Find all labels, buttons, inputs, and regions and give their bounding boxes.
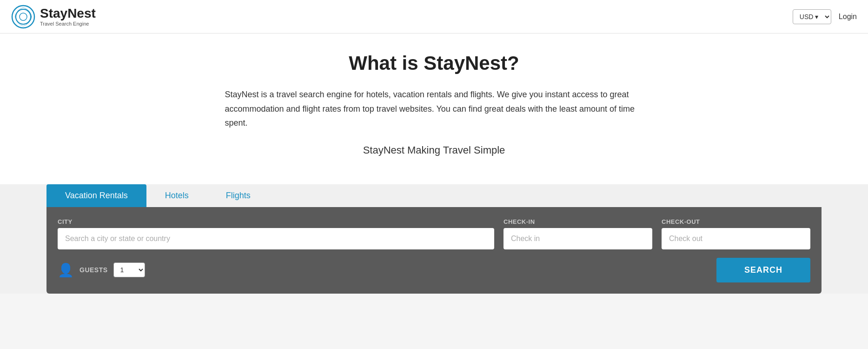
hero-section: What is StayNest? StayNest is a travel s…	[0, 52, 868, 184]
city-input[interactable]	[58, 228, 494, 249]
checkout-field-group: CHECK-OUT	[662, 218, 810, 249]
svg-point-1	[16, 9, 31, 24]
hero-description: StayNest is a travel search engine for h…	[225, 87, 643, 130]
tabs-section: Vacation Rentals Hotels Flights CITY CHE…	[0, 184, 868, 294]
person-icon: 👤	[58, 262, 74, 278]
city-field-group: CITY	[58, 218, 494, 249]
guests-label: GUESTS	[80, 266, 108, 274]
tab-vacation-rentals[interactable]: Vacation Rentals	[46, 184, 146, 207]
login-button[interactable]: Login	[839, 13, 857, 21]
staynest-logo-icon	[11, 5, 35, 29]
search-button[interactable]: SEARCH	[716, 258, 810, 282]
hero-subtitle: StayNest Making Travel Simple	[9, 144, 859, 156]
checkout-label: CHECK-OUT	[662, 218, 810, 225]
checkin-field-group: CHECK-IN	[504, 218, 652, 249]
tabs-bar: Vacation Rentals Hotels Flights	[0, 184, 868, 207]
checkin-input[interactable]	[504, 228, 652, 249]
logo-name: StayNest	[40, 7, 96, 21]
hero-title: What is StayNest?	[9, 52, 859, 74]
logo-text-group: StayNest Travel Search Engine	[40, 7, 96, 27]
logo-area: StayNest Travel Search Engine	[11, 5, 96, 29]
checkin-label: CHECK-IN	[504, 218, 652, 225]
header: StayNest Travel Search Engine USD ▾ EUR …	[0, 0, 868, 34]
main-content: What is StayNest? StayNest is a travel s…	[0, 34, 868, 294]
guests-select[interactable]: 1 2 3 4 5 6	[113, 262, 145, 277]
search-panel: CITY CHECK-IN CHECK-OUT 👤	[46, 207, 822, 294]
guests-row: 👤 GUESTS 1 2 3 4 5 6 SEARCH	[58, 258, 810, 282]
header-right: USD ▾ EUR GBP Login	[793, 9, 857, 24]
checkout-input[interactable]	[662, 228, 810, 249]
guests-left: 👤 GUESTS 1 2 3 4 5 6	[58, 262, 145, 278]
logo-tagline: Travel Search Engine	[40, 21, 96, 27]
tab-hotels[interactable]: Hotels	[146, 184, 207, 207]
tab-flights[interactable]: Flights	[207, 184, 269, 207]
city-label: CITY	[58, 218, 494, 225]
search-fields: CITY CHECK-IN CHECK-OUT	[58, 218, 810, 249]
currency-select[interactable]: USD ▾ EUR GBP	[793, 9, 831, 24]
svg-point-2	[20, 13, 27, 20]
